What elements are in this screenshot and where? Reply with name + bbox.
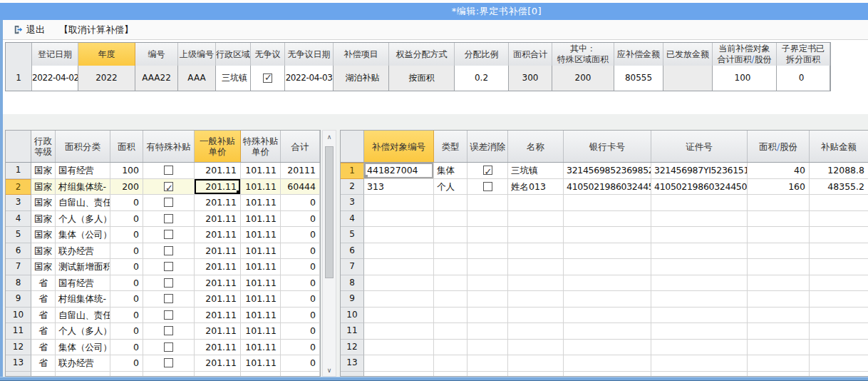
- cell-subsidy-amount[interactable]: [810, 227, 868, 243]
- cell-error-elim[interactable]: [467, 227, 508, 243]
- cell-cert-no[interactable]: [651, 340, 748, 356]
- cell-subsidy-amount[interactable]: [810, 195, 868, 211]
- cell-subsidy-amount[interactable]: 48355.2: [810, 179, 868, 195]
- cell-category[interactable]: 自留山、责任: [56, 195, 110, 211]
- col-header-selected[interactable]: 年度: [78, 43, 135, 66]
- row-number[interactable]: 4: [341, 211, 364, 228]
- cell-general-price[interactable]: 201.11: [195, 275, 241, 292]
- cell-error-elim[interactable]: [467, 340, 508, 356]
- cell-type[interactable]: [434, 291, 467, 308]
- cell-type[interactable]: [434, 195, 467, 211]
- cell-subsidy-amount[interactable]: [810, 340, 868, 356]
- cell-level[interactable]: 国家: [31, 259, 56, 275]
- special-subsidy-checkbox[interactable]: [164, 310, 173, 320]
- cell-share[interactable]: 160: [748, 179, 810, 195]
- table-row[interactable]: 7 国家 测试新增面积 0 201.11 101.11 0: [6, 259, 320, 275]
- table-row[interactable]: 12 省 集体（公司） 0 201.11 101.11 0: [6, 340, 320, 356]
- row-number[interactable]: [341, 372, 364, 377]
- cell-area[interactable]: 0: [110, 308, 143, 324]
- special-subsidy-checkbox[interactable]: [164, 294, 173, 303]
- cell-target-code[interactable]: [364, 323, 434, 340]
- cell-error-elim[interactable]: [467, 243, 508, 260]
- cell-name[interactable]: [508, 372, 564, 377]
- cell-type[interactable]: [434, 227, 467, 243]
- cell-name[interactable]: [508, 243, 564, 260]
- cell-share[interactable]: [748, 372, 810, 377]
- cell-level[interactable]: 国家: [31, 211, 56, 228]
- cell-special-price[interactable]: 101.11: [241, 323, 281, 340]
- col-header[interactable]: 行政等级: [31, 131, 56, 162]
- col-header[interactable]: 面积/股份: [748, 131, 810, 162]
- col-header[interactable]: 合计: [281, 131, 320, 162]
- cell-name[interactable]: 三坑镇: [508, 163, 564, 179]
- cell-total[interactable]: 0: [281, 259, 320, 275]
- cell-cert-no[interactable]: [651, 227, 748, 243]
- table-row[interactable]: 9 省 村组集体统- 0 201.11 101.11 0: [6, 291, 320, 308]
- table-row[interactable]: 12: [341, 340, 868, 356]
- cell-region[interactable]: 三坑镇: [216, 66, 251, 91]
- row-number[interactable]: 1: [6, 66, 32, 91]
- left-grid-scrollbar[interactable]: ∧ ∨: [322, 130, 336, 377]
- cell-level[interactable]: 省: [31, 340, 56, 356]
- cell-general-price[interactable]: 201.11: [195, 243, 241, 260]
- row-number[interactable]: 1: [6, 163, 31, 179]
- table-row[interactable]: 4: [341, 211, 868, 228]
- cell-no-dispute[interactable]: [251, 66, 285, 91]
- table-row[interactable]: 6: [341, 243, 868, 260]
- table-row[interactable]: 2 313 个人 姓名013 41050219860324450X 410502…: [341, 179, 868, 195]
- table-row[interactable]: 3: [341, 195, 868, 211]
- cell-type[interactable]: [434, 308, 467, 324]
- row-number[interactable]: 4: [6, 211, 31, 228]
- cell-share[interactable]: [748, 355, 810, 372]
- error-elim-checkbox[interactable]: [483, 166, 492, 175]
- table-row[interactable]: 1 441827004 集体 三坑镇 321456985236985214 32…: [341, 163, 868, 179]
- cell-category[interactable]: 个人（多人）: [56, 323, 110, 340]
- table-row[interactable]: 11: [341, 323, 868, 340]
- cell-cert-no[interactable]: 41050219860324450X: [651, 179, 748, 195]
- cell-has-special[interactable]: [143, 323, 195, 340]
- cell-name[interactable]: [508, 275, 564, 292]
- col-header[interactable]: 上级编号: [178, 43, 216, 66]
- table-row[interactable]: 2 国家 村组集体统- 200 201.11 101.11 60444: [6, 179, 320, 195]
- row-number[interactable]: 10: [341, 308, 364, 324]
- scroll-up-icon[interactable]: ∧: [323, 131, 336, 143]
- cell-special-price[interactable]: 101.11: [241, 308, 281, 324]
- row-number[interactable]: 8: [6, 275, 31, 292]
- cell-cert-no[interactable]: [651, 355, 748, 372]
- cell-general-price[interactable]: 201.11: [195, 355, 241, 372]
- cell-share[interactable]: [748, 275, 810, 292]
- cell-level[interactable]: [31, 372, 56, 377]
- cell-comp-amount[interactable]: 80555: [614, 66, 663, 91]
- special-subsidy-checkbox[interactable]: [164, 278, 173, 288]
- cell-bank-card[interactable]: [564, 227, 651, 243]
- special-subsidy-checkbox[interactable]: [164, 262, 173, 271]
- cell-area[interactable]: 0: [110, 275, 143, 292]
- cell-type[interactable]: [434, 275, 467, 292]
- cell-total[interactable]: 0: [281, 211, 320, 228]
- cell-special-price[interactable]: [241, 372, 281, 377]
- titlebar[interactable]: *编辑:界定书补偿[0]: [0, 3, 868, 20]
- cell-subsidy-amount[interactable]: [810, 355, 868, 372]
- cell-type[interactable]: [434, 355, 467, 372]
- cell-general-price[interactable]: 201.11: [195, 179, 241, 195]
- cell-has-special[interactable]: [143, 372, 195, 377]
- cell-bank-card[interactable]: [564, 211, 651, 228]
- cell-target-code[interactable]: [364, 355, 434, 372]
- col-header[interactable]: 名称: [508, 131, 564, 162]
- cell-total[interactable]: 0: [281, 355, 320, 372]
- cell-share[interactable]: [748, 308, 810, 324]
- cell-level[interactable]: 国家: [31, 163, 56, 179]
- col-header[interactable]: 当前补偿对象 合计面积/股份: [713, 43, 777, 66]
- cell-type[interactable]: [434, 243, 467, 260]
- cell-level[interactable]: 国家: [31, 179, 56, 195]
- cell-has-special[interactable]: [143, 195, 195, 211]
- cell-cert-no[interactable]: [651, 195, 748, 211]
- col-header[interactable]: 应补偿金额: [614, 43, 663, 66]
- cell-name[interactable]: [508, 308, 564, 324]
- cell-general-price[interactable]: 201.11: [195, 291, 241, 308]
- table-row[interactable]: 13 省 联办经营 0 201.11 101.11 0: [6, 355, 320, 372]
- col-header[interactable]: 无争议: [251, 43, 285, 66]
- special-subsidy-checkbox[interactable]: [164, 198, 173, 207]
- cell-name[interactable]: [508, 211, 564, 228]
- col-header[interactable]: 补贴金额: [810, 131, 868, 162]
